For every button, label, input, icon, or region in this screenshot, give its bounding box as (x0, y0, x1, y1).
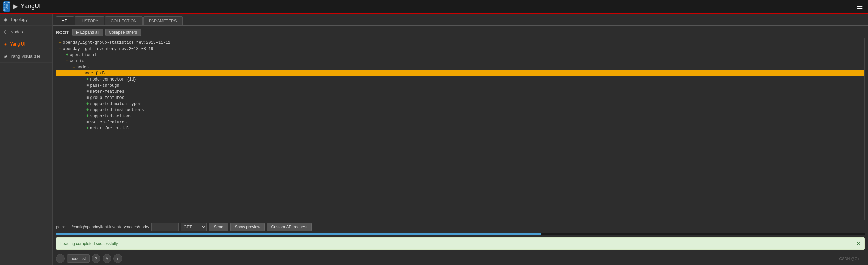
tree-row[interactable]: ■ pass-through (56, 83, 864, 89)
tree-row[interactable]: + meter {meter-id} (56, 125, 864, 131)
nodes-icon: ⬡ (4, 30, 7, 34)
tree-row[interactable]: ■ group-features (56, 95, 864, 101)
tree-row[interactable]: — nodes (56, 64, 864, 70)
tree-row[interactable]: + supported-match-types (56, 101, 864, 107)
sidebar-item-yangui[interactable]: ◈ Yang UI (0, 38, 52, 50)
tree-row[interactable]: → opendaylight-group-statistics rev:2013… (56, 40, 864, 46)
tree-row[interactable]: — opendaylight-inventory rev:2013-08-19 (56, 46, 864, 52)
sidebar-item-topology[interactable]: ◉ Topology (0, 14, 52, 26)
node-list-button[interactable]: node list (67, 254, 90, 263)
sidebar-item-label: Yang UI (10, 41, 25, 47)
hamburger-menu-icon[interactable]: ☰ (857, 2, 863, 11)
logo-cn-text: 先电云网络 (3, 4, 10, 11)
yang-visualizer-icon: ◉ (4, 54, 7, 59)
question-icon-button[interactable]: ? (92, 254, 100, 263)
topology-icon: ◉ (4, 17, 7, 22)
tree-row-node-id[interactable]: — node {id} (56, 70, 864, 76)
tab-parameters[interactable]: PARAMETERS (143, 16, 183, 25)
close-status-button[interactable]: × (857, 241, 860, 247)
tree-area[interactable]: → opendaylight-group-statistics rev:2013… (56, 38, 865, 220)
tab-collection[interactable]: COLLECTION (105, 16, 143, 25)
tree-row[interactable]: — config (56, 58, 864, 64)
tree-row[interactable]: ■ switch-features (56, 119, 864, 125)
tree-row[interactable]: + supported-actions (56, 113, 864, 119)
root-label: ROOT (56, 30, 69, 35)
send-button[interactable]: Send (209, 223, 228, 231)
topbar: SDN 先电云网络 ▶ YangUI ☰ (0, 0, 868, 14)
tree-row[interactable]: + supported-instructions (56, 107, 864, 113)
csdn-credit: CSDN @Girk... (839, 257, 865, 261)
a-icon-button[interactable]: A (103, 254, 111, 263)
tab-api[interactable]: API (56, 16, 74, 25)
method-select[interactable]: GET POST PUT DELETE (181, 223, 207, 231)
tree-row[interactable]: + operational (56, 52, 864, 58)
sidebar-item-nodes[interactable]: ⬡ Nodes (0, 26, 52, 38)
collapse-others-button[interactable]: Collapse others (105, 29, 141, 36)
logo-sdn-text: SDN (4, 1, 10, 4)
custom-api-request-button[interactable]: Custom API request (267, 223, 312, 231)
minus-button[interactable]: − (56, 254, 65, 263)
path-bar: path: /config/opendaylight-inventory:nod… (53, 220, 868, 233)
path-input[interactable] (151, 223, 179, 231)
sidebar-item-label: Yang Visualizer (10, 54, 40, 59)
api-panel: ROOT ▶Expand all Collapse others → opend… (53, 26, 868, 220)
bottom-bar: − node list ? A + CSDN @Girk... (53, 252, 868, 265)
tab-bar: API HISTORY COLLECTION PARAMETERS (53, 14, 868, 26)
status-message: Loading completed successfully (60, 241, 118, 246)
plus-button[interactable]: + (113, 254, 122, 263)
sidebar-item-label: Topology (10, 17, 28, 22)
tab-history[interactable]: HISTORY (75, 16, 104, 25)
logo-icon: SDN 先电云网络 (3, 1, 10, 12)
sidebar-item-yang-visualizer[interactable]: ◉ Yang Visualizer (0, 50, 52, 63)
path-label: path: (56, 225, 70, 229)
main-panel: API HISTORY COLLECTION PARAMETERS ROOT ▶… (53, 14, 868, 265)
progress-inner (56, 233, 541, 235)
app-title: YangUI (21, 3, 41, 10)
path-static: /config/opendaylight-inventory:nodes/nod… (72, 225, 149, 229)
progress-bar (56, 233, 865, 235)
logo: SDN 先电云网络 ▶ YangUI (0, 1, 44, 12)
api-header: ROOT ▶Expand all Collapse others (56, 29, 865, 36)
logo-arrow-icon: ▶ (13, 3, 18, 10)
sidebar-item-label: Nodes (10, 29, 23, 34)
tree-row[interactable]: ■ meter-features (56, 89, 864, 95)
tree-row[interactable]: + node-connector {id} (56, 76, 864, 83)
status-bar: Loading completed successfully × (56, 237, 865, 250)
sidebar: ◉ Topology ⬡ Nodes ◈ Yang UI ◉ Yang Visu… (0, 14, 53, 265)
expand-all-button[interactable]: ▶Expand all (72, 29, 103, 36)
yangui-icon: ◈ (4, 42, 7, 47)
show-preview-button[interactable]: Show preview (230, 223, 265, 231)
